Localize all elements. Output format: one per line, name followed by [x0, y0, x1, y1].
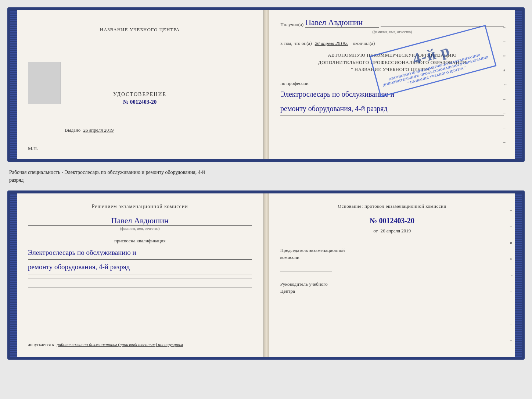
mp-label: М.П.: [28, 146, 38, 152]
predsedatel-label: Председатель экзаменационной комиссии: [280, 247, 504, 261]
center-title: НАЗВАНИЕ УЧЕБНОГО ЦЕНТРА: [100, 27, 180, 33]
right-edge-lines: – – и а ← – – – –: [503, 25, 507, 144]
separator1: [28, 278, 252, 278]
cert-number: № 0012403-20: [113, 99, 166, 105]
predsedatel-text1: Председатель экзаменационной: [280, 247, 345, 253]
dopuskaetsya-text: допускается к работе согласно должностны…: [28, 342, 252, 348]
dopuskaetsya-label: допускается к: [28, 342, 54, 347]
spine-left: [10, 10, 17, 159]
predsedatel-text2: комиссии: [280, 254, 300, 260]
doc-right: 4-й р АВТОНОМНУЮ НЕКОММЕРЧЕСКУЮ ОРГАНИЗА…: [269, 10, 515, 159]
bottom-right-edge-lines: – – и а ← – – – –: [510, 208, 514, 342]
rukovoditel-text1: Руководитель учебного: [280, 281, 328, 287]
okonchil-label: окончил(а): [353, 40, 375, 46]
rukovoditel-signature: [280, 298, 332, 305]
predsedatel-block: Председатель экзаменационной комиссии: [280, 247, 504, 271]
udostoverenie-label: УДОСТОВЕРЕНИЕ: [113, 92, 166, 97]
bottom-document: Решением экзаменационной комиссии Павел …: [7, 190, 525, 360]
center-divider: [263, 10, 269, 159]
bottom-fio-subtitle: (фамилия, имя, отчество): [28, 227, 252, 231]
bottom-center-divider: [263, 193, 269, 357]
separator3: [28, 288, 252, 288]
vtom-label: в том, что он(а): [280, 40, 312, 46]
bottom-spine-left: [10, 193, 17, 357]
protocol-number: № 0012403-20: [280, 217, 504, 225]
vydano-line: Выдано 26 апреля 2019: [65, 127, 114, 133]
spine-right: [515, 10, 522, 159]
predsedatel-signature: [280, 264, 332, 271]
bottom-name-block: Павел Авдюшин (фамилия, имя, отчество): [28, 214, 252, 234]
qualification-line2: ремонту оборудования, 4-й разряд: [28, 261, 252, 274]
photo-placeholder: [28, 62, 61, 104]
middle-text: Рабочая специальность - Электрослесарь п…: [7, 165, 525, 187]
dopuskaetsya-block: допускается к работе согласно должностны…: [28, 335, 252, 348]
bottom-spine-right: [515, 193, 522, 357]
doc-left: НАЗВАНИЕ УЧЕБНОГО ЦЕНТРА УДОСТОВЕРЕНИЕ №…: [17, 10, 263, 159]
top-document: НАЗВАНИЕ УЧЕБНОГО ЦЕНТРА УДОСТОВЕРЕНИЕ №…: [7, 7, 525, 162]
stamp-overlay: 4-й р АВТОНОМНУЮ НЕКОММЕРЧЕСКУЮ ОРГАНИЗА…: [369, 25, 496, 97]
qualification-line1: Электрослесарь по обслуживанию и: [28, 247, 252, 260]
rukovoditel-text2: Центра: [280, 288, 295, 294]
bottom-doc-right: Основание: протокол экзаменационной коми…: [269, 193, 515, 357]
osnovanie-text: Основание: протокол экзаменационной коми…: [280, 203, 504, 210]
resheniem-title: Решением экзаменационной комиссии: [28, 203, 252, 210]
vydano-label: Выдано: [65, 127, 80, 133]
bottom-doc-left: Решением экзаменационной комиссии Павел …: [17, 193, 263, 357]
rukovoditel-block: Руководитель учебного Центра: [280, 281, 504, 305]
udostoverenie-block: УДОСТОВЕРЕНИЕ № 0012403-20: [113, 92, 166, 105]
poluchil-label: Получил(а): [280, 22, 303, 28]
vydano-date: 26 апреля 2019: [83, 127, 114, 133]
ot-date-value: 26 апреля 2019: [380, 228, 411, 234]
profession-line2: ремонту оборудования, 4-й разряд: [280, 103, 504, 115]
bottom-person-name: Павел Авдюшин: [28, 216, 252, 226]
page-container: НАЗВАНИЕ УЧЕБНОГО ЦЕНТРА УДОСТОВЕРЕНИЕ №…: [7, 7, 525, 360]
separator2: [28, 283, 252, 283]
recipient-name: Павел Авдюшин: [305, 18, 379, 28]
qualification-text: Электрослесарь по обслуживанию и ремонту…: [28, 247, 252, 276]
middle-text-content: Рабочая специальность - Электрослесарь п…: [9, 170, 205, 183]
poluchil-line: Получил(а) Павел Авдюшин: [280, 18, 504, 28]
ot-label: от: [373, 228, 378, 234]
prisvoena-text: присвоена квалификация: [28, 238, 252, 244]
ot-date: от 26 апреля 2019: [280, 228, 504, 234]
rukovoditel-label: Руководитель учебного Центра: [280, 281, 504, 295]
dopuskaetsya-value: работе согласно должностным (производств…: [57, 342, 183, 347]
completion-date: 26 апреля 2019г.: [315, 40, 348, 46]
